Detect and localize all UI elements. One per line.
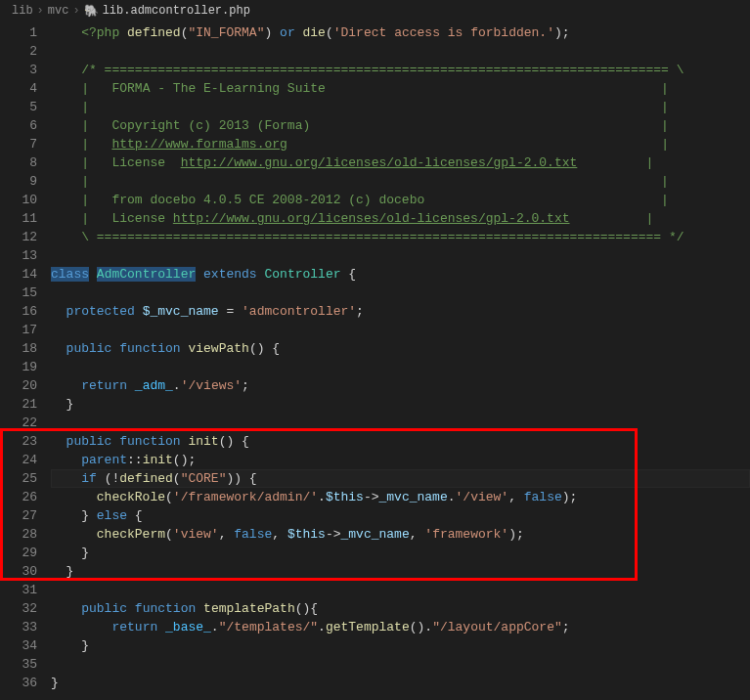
line-number: 14 bbox=[0, 265, 51, 284]
line-number: 24 bbox=[0, 451, 51, 469]
breadcrumb-segment[interactable]: mvc bbox=[48, 4, 69, 18]
code-line[interactable]: | | bbox=[51, 98, 750, 116]
code-line[interactable]: /* =====================================… bbox=[51, 61, 750, 79]
code-line[interactable] bbox=[51, 655, 750, 674]
code-line[interactable]: } bbox=[51, 562, 750, 581]
line-number: 10 bbox=[0, 191, 51, 209]
line-number: 26 bbox=[0, 488, 51, 506]
line-number: 31 bbox=[0, 581, 51, 599]
line-number: 13 bbox=[0, 246, 51, 265]
line-number: 27 bbox=[0, 506, 51, 525]
code-line[interactable]: | License http://www.gnu.org/licenses/ol… bbox=[51, 153, 750, 172]
code-line[interactable] bbox=[51, 581, 750, 599]
code-line[interactable]: public function viewPath() { bbox=[51, 339, 750, 358]
line-number: 28 bbox=[0, 525, 51, 544]
line-number: 34 bbox=[0, 636, 51, 655]
code-line[interactable]: parent::init(); bbox=[51, 451, 750, 469]
code-line[interactable]: | Copyright (c) 2013 (Forma) | bbox=[51, 116, 750, 135]
line-number: 25 bbox=[0, 469, 51, 488]
line-number: 36 bbox=[0, 674, 51, 692]
code-line[interactable] bbox=[51, 414, 750, 432]
code-line[interactable]: public function templatePath(){ bbox=[51, 599, 750, 618]
code-area[interactable]: <?php defined("IN_FORMA") or die('Direct… bbox=[51, 22, 750, 700]
code-line[interactable]: checkPerm('view', false, $this->_mvc_nam… bbox=[51, 525, 750, 544]
code-line[interactable] bbox=[51, 246, 750, 265]
code-line[interactable]: class AdmController extends Controller { bbox=[51, 265, 750, 284]
code-line[interactable]: } bbox=[51, 674, 750, 692]
code-line[interactable]: } bbox=[51, 544, 750, 562]
line-number: 5 bbox=[0, 98, 51, 116]
code-line[interactable]: | License http://www.gnu.org/licenses/ol… bbox=[51, 209, 750, 228]
line-number: 1 bbox=[0, 23, 51, 42]
line-number: 20 bbox=[0, 376, 51, 395]
line-number: 35 bbox=[0, 655, 51, 674]
code-line[interactable]: } bbox=[51, 636, 750, 655]
line-number: 15 bbox=[0, 284, 51, 302]
line-number: 16 bbox=[0, 302, 51, 321]
code-line[interactable]: } bbox=[51, 395, 750, 414]
code-line[interactable]: return _adm_.'/views'; bbox=[51, 376, 750, 395]
chevron-right-icon: › bbox=[72, 4, 79, 18]
code-line[interactable]: } else { bbox=[51, 506, 750, 525]
breadcrumb-filename[interactable]: lib.admcontroller.php bbox=[103, 4, 250, 18]
line-number: 33 bbox=[0, 618, 51, 636]
line-number: 6 bbox=[0, 116, 51, 135]
code-line[interactable]: public function init() { bbox=[51, 432, 750, 451]
line-number: 12 bbox=[0, 228, 51, 246]
line-number: 3 bbox=[0, 61, 51, 79]
line-number: 19 bbox=[0, 358, 51, 376]
line-number: 23 bbox=[0, 432, 51, 451]
chevron-right-icon: › bbox=[37, 4, 44, 18]
line-number: 32 bbox=[0, 599, 51, 618]
code-line[interactable]: <?php defined("IN_FORMA") or die('Direct… bbox=[51, 23, 750, 42]
line-number: 8 bbox=[0, 153, 51, 172]
code-line[interactable]: | FORMA - The E-Learning Suite | bbox=[51, 79, 750, 98]
code-line[interactable]: protected $_mvc_name = 'admcontroller'; bbox=[51, 302, 750, 321]
code-line[interactable] bbox=[51, 284, 750, 302]
line-number: 21 bbox=[0, 395, 51, 414]
line-number: 11 bbox=[0, 209, 51, 228]
code-line[interactable]: | | bbox=[51, 172, 750, 191]
code-line[interactable]: if (!defined("CORE")) { bbox=[51, 469, 750, 488]
line-number: 2 bbox=[0, 42, 51, 61]
line-number: 4 bbox=[0, 79, 51, 98]
php-file-icon: 🐘 bbox=[84, 4, 99, 19]
code-line[interactable] bbox=[51, 42, 750, 61]
breadcrumb[interactable]: lib › mvc › 🐘 lib.admcontroller.php bbox=[0, 0, 750, 22]
code-line[interactable]: \ ======================================… bbox=[51, 228, 750, 246]
code-line[interactable] bbox=[51, 321, 750, 339]
line-number: 18 bbox=[0, 339, 51, 358]
line-number: 7 bbox=[0, 135, 51, 153]
line-number: 30 bbox=[0, 562, 51, 581]
line-number: 22 bbox=[0, 414, 51, 432]
line-number-gutter: 1234567891011121314151617181920212223242… bbox=[0, 22, 51, 700]
code-line[interactable]: checkRole('/framework/admin/'.$this->_mv… bbox=[51, 488, 750, 506]
code-line[interactable] bbox=[51, 358, 750, 376]
code-line[interactable]: return _base_."/templates/".getTemplate(… bbox=[51, 618, 750, 636]
code-line[interactable]: | from docebo 4.0.5 CE 2008-2012 (c) doc… bbox=[51, 191, 750, 209]
breadcrumb-segment[interactable]: lib bbox=[12, 4, 33, 18]
code-line[interactable]: | http://www.formalms.org | bbox=[51, 135, 750, 153]
line-number: 9 bbox=[0, 172, 51, 191]
line-number: 17 bbox=[0, 321, 51, 339]
code-editor[interactable]: 1234567891011121314151617181920212223242… bbox=[0, 22, 750, 700]
line-number: 29 bbox=[0, 544, 51, 562]
